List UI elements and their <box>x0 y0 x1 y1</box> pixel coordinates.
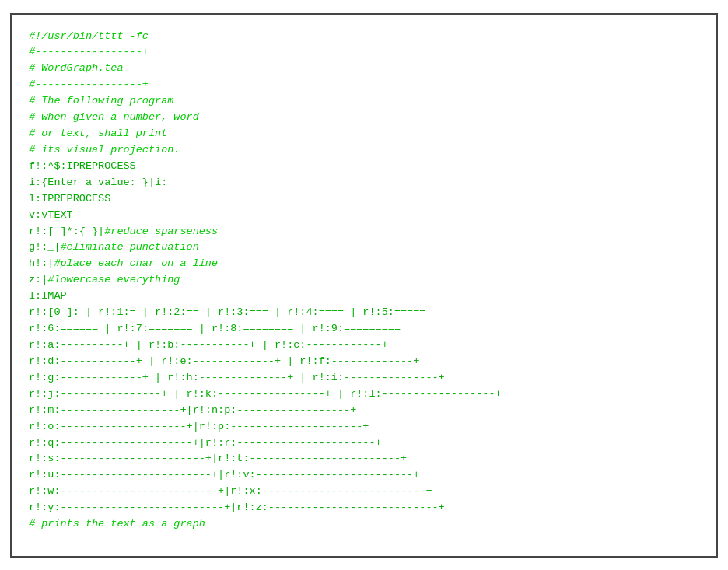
line-24: r!:m:-------------------+|r!:n:p:-------… <box>29 404 356 416</box>
line-22: r!:g:-------------+ | r!:h:-------------… <box>29 372 445 383</box>
line-9: f!:^$:IPREPROCESS <box>29 160 136 172</box>
line-21: r!:d:------------+ | r!:e:-------------+… <box>29 355 419 367</box>
line-8: # its visual projection. <box>29 144 180 156</box>
line-28: r!:u:------------------------+|r!:v:----… <box>29 469 419 481</box>
line-17: l:lMAP <box>29 290 67 302</box>
line-18: r!:[0_]: | r!:1:= | r!:2:== | r!:3:=== |… <box>29 306 425 318</box>
line-27: r!:s:-----------------------+|r!:t:-----… <box>29 453 407 464</box>
line-11: l:IPREPROCESS <box>29 193 110 205</box>
line-19: r!:6:====== | r!:7:======= | r!:8:======… <box>29 323 401 334</box>
line-26: r!:q:---------------------+|r!:r:-------… <box>29 437 382 449</box>
line-4: #-----------------+ <box>29 79 149 90</box>
line-5: # The following program <box>29 95 173 107</box>
line-30: r!:y:--------------------------+|r!:z:--… <box>29 502 445 513</box>
line-16: z:|#lowercase everything <box>29 274 180 285</box>
line-13: r!:[ ]*:{ }|#reduce sparseness <box>29 226 218 237</box>
line-10: i:{Enter a value: }|i: <box>29 177 167 188</box>
line-2: #-----------------+ <box>29 46 149 58</box>
line-20: r!:a:----------+ | r!:b:-----------+ | r… <box>29 339 388 351</box>
line-6: # when given a number, word <box>29 111 199 123</box>
line-3: # WordGraph.tea <box>29 62 124 74</box>
line-14: g!:_|#eliminate punctuation <box>29 241 199 253</box>
line-31: # prints the text as a graph <box>29 518 205 530</box>
line-29: r!:w:-------------------------+|r!:x:---… <box>29 485 432 497</box>
line-12: v:vTEXT <box>29 209 73 221</box>
line-25: r!:o:--------------------+|r!:p:--------… <box>29 421 369 432</box>
code-container: #!/usr/bin/tttt -fc #-----------------+ … <box>10 13 718 558</box>
line-1: #!/usr/bin/tttt -fc <box>29 30 149 42</box>
line-15: h!:|#place each char on a line <box>29 257 218 269</box>
line-23: r!:j:----------------+ | r!:k:----------… <box>29 388 502 400</box>
line-7: # or text, shall print <box>29 128 167 139</box>
code-block: #!/usr/bin/tttt -fc #-----------------+ … <box>29 29 699 533</box>
